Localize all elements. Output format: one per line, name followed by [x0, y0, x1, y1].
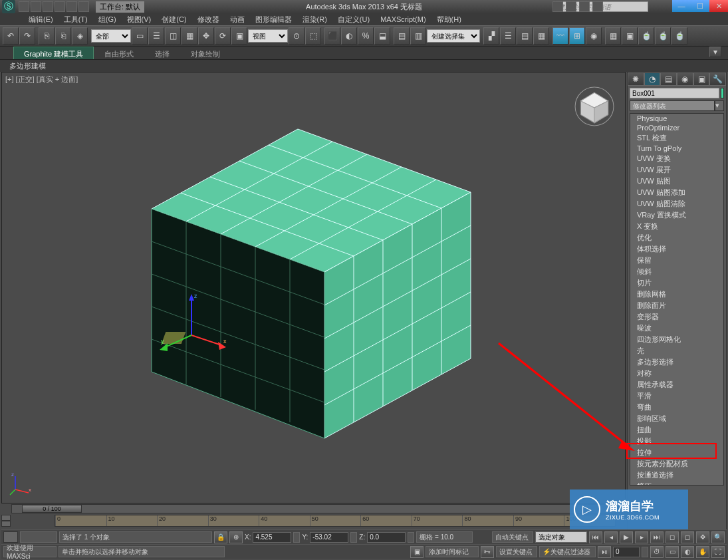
render-production-btn[interactable]: 🍵 — [671, 27, 687, 45]
modifier-item[interactable]: 删除网格 — [630, 289, 723, 300]
menu-编辑(E)[interactable]: 编辑(E) — [23, 13, 59, 26]
ref-coord-system[interactable]: 视图 — [248, 29, 288, 43]
modifier-item[interactable]: 倾斜 — [630, 266, 723, 277]
ribbon-tab-1[interactable]: 自由形式 — [94, 47, 144, 59]
y-spinner[interactable] — [350, 532, 357, 543]
modifier-item[interactable]: UVW 贴图添加 — [630, 187, 723, 198]
modifier-item[interactable]: Physique — [630, 114, 723, 123]
key-step-btn[interactable]: ⏯ — [598, 546, 611, 558]
rendered-box[interactable] — [138, 119, 477, 452]
modifier-item[interactable]: STL 检查 — [630, 132, 723, 144]
frame-spinner[interactable] — [642, 547, 648, 557]
snap-toggle[interactable]: ⬛ — [324, 27, 340, 45]
cmd-tab-create[interactable]: ✺ — [628, 72, 644, 86]
unlink-btn[interactable]: ⎗ — [55, 27, 71, 45]
nav-zoom-btn[interactable]: 🔍 — [711, 531, 725, 543]
menu-修改器[interactable]: 修改器 — [192, 13, 225, 26]
timeline-right-icon[interactable] — [1, 521, 11, 527]
menu-MAXScript(M)[interactable]: MAXScript(M) — [375, 14, 431, 25]
modifier-item[interactable]: UVW 变换 — [630, 153, 723, 164]
time-tag-icon[interactable]: ▣ — [410, 546, 424, 558]
modifier-item[interactable]: 挤压 — [630, 481, 723, 485]
window-maximize[interactable]: ☐ — [691, 0, 709, 12]
modifier-item[interactable]: 切片 — [630, 277, 723, 289]
key-target-dropdown[interactable]: 选定对象 — [535, 531, 587, 543]
cmd-tab-hierarchy[interactable]: ▤ — [660, 72, 677, 86]
angle-snap[interactable]: ◐ — [341, 27, 357, 45]
selection-filter[interactable]: 全部 — [91, 29, 131, 43]
modifier-item[interactable]: 拉伸 — [630, 447, 723, 458]
set-key-button[interactable]: 设置关键点 — [496, 546, 537, 557]
rotate-btn[interactable]: ⟳ — [215, 27, 231, 45]
scale-btn[interactable]: ▣ — [231, 27, 247, 45]
modifier-dropdown-arrow[interactable]: ▾ — [715, 100, 724, 111]
nav-fov-btn[interactable]: ◐ — [681, 546, 694, 558]
search-icon[interactable] — [552, 1, 563, 12]
window-close[interactable]: ✕ — [709, 0, 728, 12]
ribbon-tab-0[interactable]: Graphite 建模工具 — [13, 47, 94, 59]
cmd-tab-display[interactable]: ▣ — [693, 72, 710, 86]
auto-key-button[interactable]: 自动关键点 — [492, 531, 533, 543]
modifier-list-dropdown[interactable]: 修改器列表 — [630, 100, 715, 111]
lock-selection-icon[interactable]: 🔒 — [214, 531, 227, 543]
goto-end-btn[interactable]: ⏭ — [650, 531, 664, 543]
undo-btn[interactable]: ↶ — [3, 27, 19, 45]
viewcube[interactable] — [574, 86, 615, 127]
manipulate-btn[interactable]: ⬚ — [305, 27, 321, 45]
ribbon-toggle[interactable]: ▦ — [533, 27, 549, 45]
z-coord-input[interactable] — [367, 532, 406, 543]
modifier-item[interactable]: 属性承载器 — [630, 379, 723, 390]
material-editor-btn[interactable]: ◉ — [586, 27, 602, 45]
named-selection-set[interactable]: 创建选择集 — [427, 29, 480, 43]
modifier-item[interactable]: 按元素分配材质 — [630, 458, 723, 470]
z-spinner[interactable] — [408, 532, 414, 543]
curve-editor-btn[interactable]: 〰 — [552, 27, 568, 45]
align-btn[interactable]: ☰ — [500, 27, 516, 45]
layers-btn[interactable]: ▤ — [517, 27, 533, 45]
nav-max-btn[interactable]: ⛶ — [711, 546, 725, 558]
x-spinner[interactable] — [293, 532, 300, 543]
modifier-item[interactable]: 变形器 — [630, 311, 723, 323]
object-name-input[interactable] — [630, 88, 719, 98]
menu-动画[interactable]: 动画 — [225, 13, 250, 26]
time-slider[interactable]: 0 / 100 — [22, 505, 82, 513]
viewport-label[interactable]: [+] [正交] [真实 + 边面] — [5, 74, 78, 84]
nav-orbit-btn[interactable]: ✋ — [696, 546, 709, 558]
qat-more[interactable] — [78, 1, 89, 12]
modifier-item[interactable]: 按通道选择 — [630, 470, 723, 481]
modifier-item[interactable]: UVW 展开 — [630, 164, 723, 176]
modifier-item[interactable]: 噪波 — [630, 323, 723, 334]
qat-open[interactable] — [31, 1, 41, 12]
menu-图形编辑器[interactable]: 图形编辑器 — [250, 13, 297, 26]
favorites-icon[interactable] — [579, 1, 590, 12]
timeline-left-icon[interactable] — [1, 515, 11, 521]
comm-center-icon[interactable] — [566, 1, 576, 12]
schematic-view-btn[interactable]: ⊞ — [569, 27, 585, 45]
render-setup-btn[interactable]: ▦ — [605, 27, 621, 45]
modifier-item[interactable]: 多边形选择 — [630, 356, 723, 368]
spinner-snap[interactable]: ⬓ — [374, 27, 390, 45]
menu-自定义(U)[interactable]: 自定义(U) — [332, 13, 375, 26]
qat-save[interactable] — [43, 1, 53, 12]
current-frame-input[interactable] — [613, 547, 640, 557]
menu-组(G)[interactable]: 组(G) — [93, 13, 122, 26]
modifier-item[interactable]: 优化 — [630, 232, 723, 243]
modifier-item[interactable]: ProOptimizer — [630, 123, 723, 132]
menu-视图(V)[interactable]: 视图(V) — [122, 13, 157, 26]
qat-new[interactable] — [19, 1, 29, 12]
menu-渲染(R)[interactable]: 渲染(R) — [297, 13, 332, 26]
select-btn[interactable]: ▭ — [132, 27, 148, 45]
key-filters-button[interactable]: ⚡关键点过滤器 — [539, 546, 596, 557]
named-sel-mgr[interactable]: ▥ — [410, 27, 426, 45]
viewport[interactable]: [+] [正交] [真实 + 边面] — [1, 72, 626, 503]
render-btn[interactable]: 🍵 — [638, 27, 654, 45]
workspace-selector[interactable]: 工作台: 默认 — [96, 1, 144, 13]
window-minimize[interactable]: — — [672, 0, 691, 12]
next-frame-btn[interactable]: ▸ — [635, 531, 648, 543]
modifier-item[interactable]: 四边形网格化 — [630, 334, 723, 345]
modifier-item[interactable]: 对称 — [630, 368, 723, 379]
modifier-item[interactable]: 保留 — [630, 255, 723, 266]
bind-btn[interactable]: ◈ — [72, 27, 88, 45]
y-coord-input[interactable] — [310, 532, 348, 543]
time-config-btn[interactable]: ⏱ — [650, 546, 664, 558]
